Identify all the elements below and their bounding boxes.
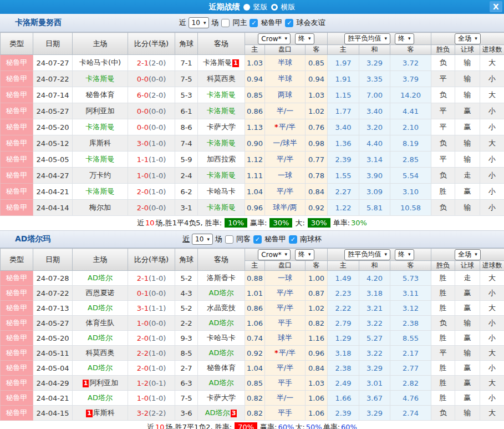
asian-home-odds-cell: 0.90 — [245, 135, 265, 152]
summary-segment: 30% — [269, 218, 292, 228]
league-type-cell: 秘鲁甲 — [1, 271, 33, 286]
col-result-handicap: 让球 — [455, 261, 480, 271]
league-type-cell: 秘鲁甲 — [1, 316, 33, 331]
euro-away-odds-cell: 2.85 — [390, 152, 431, 168]
league-checkbox[interactable]: ✓ — [250, 19, 258, 27]
asian-home-odds-cell: 0.88 — [245, 271, 265, 286]
asian-home-odds-cell: 0.96 — [245, 200, 265, 216]
home-team-cell: 1库斯科 — [73, 406, 128, 421]
match-count-select[interactable]: 10▾ — [192, 234, 213, 245]
match-count-select[interactable]: 10▾ — [189, 17, 210, 28]
horizontal-layout-label[interactable]: 横版 — [281, 2, 296, 12]
score-cell: 0-0(0-0) — [128, 71, 175, 87]
asian-home-odds-cell: 0.85 — [245, 376, 265, 391]
league-type-cell: 秘鲁甲 — [1, 152, 33, 168]
result-goals-cell: 小 — [480, 71, 504, 87]
cup-checkbox[interactable]: ✓ — [289, 235, 297, 244]
cup-label[interactable]: 南球杯 — [300, 234, 322, 244]
summary-segment: 10% — [225, 218, 247, 228]
euro-provider-select[interactable]: 胜平负均值▾ — [344, 249, 390, 260]
league-checkbox[interactable]: ✓ — [253, 235, 262, 244]
league-type-cell: 秘鲁甲 — [1, 391, 33, 406]
euro-final-select[interactable]: 终▾ — [395, 249, 414, 260]
cup-checkbox[interactable]: ✓ — [285, 19, 293, 27]
asian-handicap-cell: *平/半 — [265, 346, 306, 361]
asian-away-odds-cell: 1.06 — [306, 391, 328, 406]
match-row: 秘鲁甲24-05-05卡洛斯曼1-1(1-0)5-9加西拉索1.12平/半0.7… — [1, 152, 504, 168]
same-venue-checkbox[interactable] — [221, 19, 230, 27]
result-wdl-cell: 负 — [431, 406, 455, 421]
asian-away-odds-cell: 0.96 — [306, 346, 328, 361]
summary-segment: 场,胜7平1负2, 胜率: — [166, 423, 232, 429]
league-type-cell: 秘鲁甲 — [1, 331, 33, 346]
red-card-badge: 1 — [83, 380, 89, 387]
home-team-cell: 1阿利亚加 — [73, 376, 128, 391]
home-team-cell: AD塔尔 — [73, 361, 128, 376]
vertical-layout-label[interactable]: 竖版 — [253, 2, 268, 12]
euro-draw-odds-cell: 3.22 — [359, 316, 390, 331]
corner-cell: 2-2 — [175, 316, 198, 331]
asian-provider-select[interactable]: Crow*▾ — [258, 33, 291, 44]
col-euro-home: 主 — [328, 261, 359, 271]
euro-provider-select[interactable]: 胜平负均值▾ — [344, 33, 390, 44]
euro-away-odds-cell: 4.41 — [390, 103, 431, 119]
result-handicap-cell: 走 — [455, 168, 480, 184]
score-cell: 1-0(1-0) — [128, 391, 175, 406]
score-cell: 2-1(2-0) — [128, 55, 175, 71]
league-label[interactable]: 秘鲁甲 — [261, 18, 282, 28]
summary-segment: 30% — [308, 218, 330, 228]
summary-segment: 单率: — [323, 423, 340, 429]
corner-cell: 8-6 — [175, 119, 198, 135]
asian-handicap-cell: 两球 — [265, 87, 306, 103]
asian-provider-select[interactable]: Crow*▾ — [258, 249, 291, 260]
result-wdl-cell: 平 — [431, 119, 455, 135]
same-venue-label[interactable]: 同主 — [232, 18, 247, 28]
asian-handicap-cell: 半球 — [265, 71, 306, 87]
result-goals-cell: 大 — [480, 55, 504, 71]
corner-cell: 5-9 — [175, 152, 198, 168]
scope-select[interactable]: 全场▾ — [455, 33, 481, 44]
col-result-wdl: 胜负 — [431, 45, 455, 55]
away-team-cell: 卡洛斯曼 — [198, 103, 245, 119]
match-row: 秘鲁甲24-04-21AD塔尔1-0(1-0)7-5卡萨大学0.82半/一1.0… — [1, 391, 504, 406]
asian-final-select[interactable]: 终▾ — [295, 33, 314, 44]
league-type-cell: 秘鲁甲 — [1, 103, 33, 119]
euro-home-odds-cell: 1.36 — [328, 135, 359, 152]
euro-final-select[interactable]: 终▾ — [395, 33, 414, 44]
league-type-cell: 秘鲁甲 — [1, 184, 33, 200]
home-team-cell: AD塔尔 — [73, 331, 128, 346]
score-cell: 3-2(2-2) — [128, 406, 175, 421]
league-label[interactable]: 秘鲁甲 — [264, 234, 286, 244]
home-team-cell: 卡洛斯曼 — [73, 184, 128, 200]
away-team-cell: AD塔尔3 — [198, 406, 245, 421]
corner-cell: 2-4 — [175, 168, 198, 184]
score-cell: 1-2(0-1) — [128, 376, 175, 391]
euro-away-odds-cell: 14.20 — [390, 87, 431, 103]
scope-select[interactable]: 全场▾ — [455, 249, 481, 260]
asian-handicap-cell: 平手 — [265, 376, 306, 391]
asian-home-odds-cell: 1.11 — [245, 168, 265, 184]
asian-handicap-cell: 球半/两 — [265, 200, 306, 216]
asian-away-odds-cell: 1.03 — [306, 376, 328, 391]
asian-away-odds-cell: 1.03 — [306, 87, 328, 103]
score-cell: 2-0(0-0) — [128, 200, 175, 216]
vertical-layout-radio-icon[interactable] — [243, 4, 250, 11]
team-name: AD塔尔玛 — [15, 234, 50, 244]
date-cell: 24-04-21 — [33, 391, 73, 406]
euro-away-odds-cell: 2.77 — [390, 361, 431, 376]
red-card-badge: 1 — [86, 410, 93, 417]
score-cell: 2-1(1-0) — [128, 271, 175, 286]
same-venue-checkbox[interactable] — [225, 235, 233, 244]
asian-final-select[interactable]: 终▾ — [295, 249, 314, 260]
euro-home-odds-cell: 1.66 — [328, 391, 359, 406]
asian-home-odds-cell: 0.92 — [245, 346, 265, 361]
same-venue-label[interactable]: 同客 — [236, 234, 251, 244]
summary-segment: 单率: — [333, 219, 350, 227]
horizontal-layout-radio-icon[interactable] — [271, 4, 278, 11]
summary-segment: 赢率: — [250, 219, 267, 227]
cup-label[interactable]: 球会友谊 — [296, 18, 325, 28]
close-icon[interactable]: X — [490, 1, 502, 12]
result-handicap-cell: 输 — [455, 200, 480, 216]
asian-home-odds-cell: 0.94 — [245, 71, 265, 87]
result-handicap-cell: 走 — [455, 271, 480, 286]
